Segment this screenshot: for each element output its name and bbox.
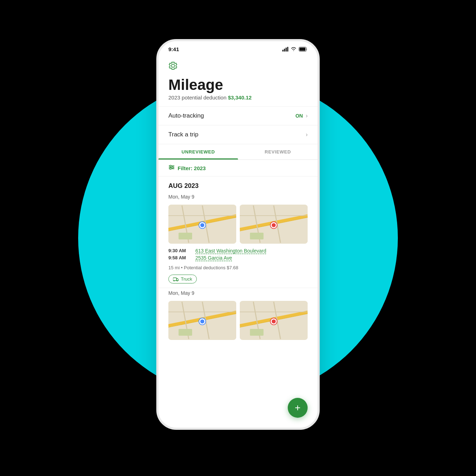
track-trip-item[interactable]: Track a trip ›: [158, 125, 318, 144]
trip-date-1: Mon, May 9: [158, 192, 318, 202]
truck-icon: [173, 277, 179, 281]
svg-point-50: [272, 319, 276, 323]
auto-tracking-value: ON: [296, 113, 303, 119]
trip-start-address-1[interactable]: 613 East Washington Boulevard: [195, 248, 266, 254]
svg-rect-0: [282, 50, 283, 52]
svg-rect-2: [286, 48, 287, 52]
filter-label: Filter: 2023: [178, 165, 206, 171]
svg-point-11: [170, 168, 171, 169]
svg-point-9: [170, 165, 171, 167]
tabs-bar: UNREVIEWED REVIEWED: [158, 144, 318, 160]
tab-unreviewed[interactable]: UNREVIEWED: [158, 144, 238, 159]
page-title: Mileage: [168, 77, 308, 93]
scroll-spacer: [158, 343, 318, 371]
trip-start-map-2[interactable]: [168, 301, 236, 340]
trip-maps-1: [158, 202, 318, 247]
track-trip-right: ›: [306, 131, 308, 138]
phone-shadow: [167, 429, 309, 443]
trip-end-map-1[interactable]: [240, 205, 308, 244]
svg-rect-18: [179, 233, 192, 239]
svg-point-41: [200, 319, 204, 323]
track-trip-chevron-icon: ›: [306, 131, 308, 138]
auto-tracking-item[interactable]: Auto-tracking ON ›: [158, 107, 318, 125]
screen-content[interactable]: Mileage 2023 potential deduction $3,340.…: [158, 57, 318, 428]
svg-rect-27: [250, 233, 264, 239]
chevron-right-icon: ›: [306, 113, 308, 119]
scene: 9:41: [0, 0, 476, 476]
filter-row[interactable]: Filter: 2023: [158, 160, 318, 177]
trip-date-2: Mon, May 9: [158, 288, 318, 298]
trip-end-address-1[interactable]: 2535 Garcia Ave: [195, 255, 232, 261]
svg-rect-30: [173, 278, 177, 281]
svg-point-32: [177, 280, 178, 281]
trip-meta-1: 15 mi • Potential deductions $7.68: [158, 264, 318, 273]
auto-tracking-right: ON ›: [296, 113, 308, 119]
fab-plus-icon: +: [295, 403, 301, 413]
deduction-prefix: 2023 potential deduction: [168, 94, 228, 101]
deduction-line: 2023 potential deduction $3,340.12: [168, 94, 308, 101]
trip-tag-1[interactable]: Truck: [168, 275, 197, 283]
track-trip-label: Track a trip: [168, 131, 198, 138]
svg-rect-48: [250, 329, 264, 336]
gear-icon[interactable]: [168, 61, 308, 72]
trip-start-row-1: 9:30 AM 613 East Washington Boulevard: [168, 248, 308, 254]
month-heading: AUG 2023: [158, 177, 318, 192]
trip-start-map-1[interactable]: [168, 205, 236, 244]
add-trip-fab[interactable]: +: [288, 398, 308, 418]
trip-detail-1: 9:30 AM 613 East Washington Boulevard 9:…: [158, 247, 318, 264]
trip-end-map-2[interactable]: [240, 301, 308, 340]
signal-icon: [282, 47, 288, 52]
svg-rect-39: [179, 329, 192, 336]
svg-point-10: [172, 167, 173, 168]
battery-icon: [299, 47, 308, 52]
svg-rect-5: [299, 48, 305, 51]
svg-rect-3: [287, 47, 288, 52]
svg-point-20: [200, 223, 204, 227]
header-section: Mileage 2023 potential deduction $3,340.…: [158, 57, 318, 107]
svg-point-31: [174, 280, 175, 281]
status-time: 9:41: [168, 46, 179, 52]
trip-end-time-1: 9:58 AM: [168, 255, 191, 260]
trip-end-row-1: 9:58 AM 2535 Garcia Ave: [168, 255, 308, 261]
svg-point-29: [272, 223, 276, 227]
auto-tracking-label: Auto-tracking: [168, 112, 204, 119]
deduction-amount: $3,340.12: [228, 94, 252, 101]
filter-icon: [168, 164, 175, 172]
status-bar: 9:41: [158, 41, 318, 57]
phone-wrapper: 9:41: [156, 39, 320, 437]
svg-rect-1: [284, 49, 285, 52]
wifi-icon: [291, 47, 297, 52]
tab-reviewed[interactable]: REVIEWED: [238, 144, 318, 159]
status-icons: [282, 47, 308, 52]
trip-start-time-1: 9:30 AM: [168, 248, 191, 253]
phone-frame: 9:41: [156, 39, 320, 430]
trip-tag-label-1: Truck: [181, 276, 192, 282]
trip-maps-2: [158, 298, 318, 343]
